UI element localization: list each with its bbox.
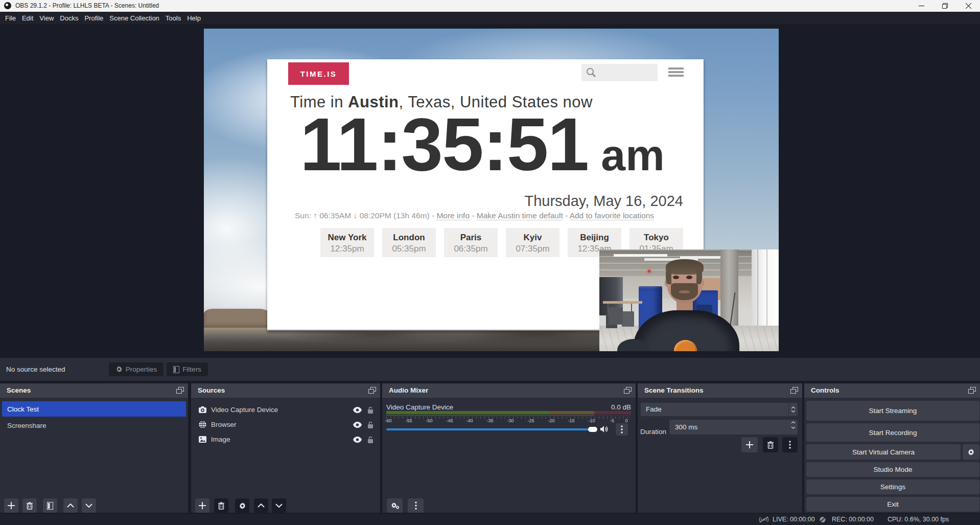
controls-dock-header[interactable]: Controls — [804, 383, 980, 398]
popout-icon[interactable] — [790, 387, 798, 394]
window-title: OBS 29.1.2 - Profile: LLHLS BETA - Scene… — [15, 2, 159, 9]
popout-icon[interactable] — [368, 387, 376, 394]
remove-scene-button[interactable] — [22, 498, 37, 513]
menu-bar: File Edit View Docks Profile Scene Colle… — [0, 12, 980, 24]
scene-item-clock-test[interactable]: Clock Test — [2, 401, 186, 417]
city-box-new-york[interactable]: New York12:35pm — [320, 228, 374, 257]
close-button[interactable] — [956, 0, 980, 12]
popout-icon[interactable] — [624, 387, 632, 394]
plus-icon — [746, 441, 753, 448]
add-favorite-link[interactable]: Add to favorite locations — [570, 211, 654, 220]
scene-filters-button[interactable] — [43, 498, 57, 513]
popout-icon[interactable] — [968, 387, 976, 394]
scene-up-button[interactable] — [63, 498, 78, 513]
make-default-link[interactable]: Make Austin time default — [477, 211, 563, 220]
visibility-icon[interactable] — [353, 422, 362, 428]
scenes-dock-header[interactable]: Scenes — [0, 383, 188, 398]
scene-transitions-dock-header[interactable]: Scene Transitions — [638, 383, 802, 398]
source-row-image[interactable]: Image — [191, 432, 380, 447]
restore-button[interactable] — [933, 0, 956, 12]
title-bar: OBS 29.1.2 - Profile: LLHLS BETA - Scene… — [0, 0, 980, 12]
menu-edit[interactable]: Edit — [22, 14, 33, 22]
source-row-browser[interactable]: Browser — [191, 417, 380, 432]
add-transition-button[interactable] — [741, 437, 758, 452]
trash-icon — [767, 441, 774, 449]
menu-docks[interactable]: Docks — [60, 14, 78, 22]
popout-icon[interactable] — [176, 387, 184, 394]
visibility-icon[interactable] — [353, 437, 362, 443]
source-properties-button[interactable] — [235, 498, 249, 513]
studio-mode-button[interactable]: Studio Mode — [806, 462, 979, 477]
audio-mixer-dock: Audio Mixer Video Capture Device 0.0 dB … — [382, 383, 636, 513]
mixer-options-button[interactable] — [616, 423, 628, 436]
virtual-camera-config-button[interactable] — [963, 444, 979, 460]
gear-icon — [967, 448, 975, 456]
scene-transitions-dock: Scene Transitions Fade Duration 300 ms — [638, 383, 802, 513]
city-box-london[interactable]: London05:35pm — [382, 228, 436, 257]
live-time: LIVE: 00:00:00 — [773, 516, 815, 523]
source-row-video-capture[interactable]: Video Capture Device — [191, 402, 380, 417]
scene-down-button[interactable] — [82, 498, 96, 513]
add-source-button[interactable] — [195, 498, 209, 513]
city-box-kyiv[interactable]: Kyiv07:35pm — [506, 228, 559, 257]
settings-button[interactable]: Settings — [806, 480, 979, 494]
volume-slider-handle[interactable] — [588, 427, 597, 432]
remove-transition-button[interactable] — [763, 437, 778, 452]
speaker-icon[interactable] — [600, 425, 609, 433]
timeis-logo[interactable]: TIME.IS — [288, 62, 349, 85]
city-box-paris[interactable]: Paris06:35pm — [444, 228, 498, 257]
menu-scene-collection[interactable]: Scene Collection — [109, 14, 159, 22]
cpu-fps-stats: CPU: 0.6%, 30.00 fps — [888, 516, 949, 523]
gear-icon — [239, 502, 246, 510]
filter-icon — [173, 366, 179, 373]
video-preview-canvas[interactable]: TIME.IS Time in Austin, Texas, United St… — [204, 29, 779, 351]
rec-inactive-icon — [819, 516, 826, 523]
image-icon — [199, 436, 206, 443]
visibility-icon[interactable] — [353, 407, 362, 413]
source-up-button[interactable] — [254, 498, 268, 513]
lock-icon[interactable] — [367, 436, 374, 443]
scenes-dock: Scenes Clock Test Screenshare — [0, 383, 188, 513]
obs-app-icon — [4, 2, 11, 9]
more-info-link[interactable]: More info — [436, 211, 470, 220]
plus-icon — [8, 502, 15, 509]
start-virtual-camera-button[interactable]: Start Virtual Camera — [806, 444, 961, 460]
source-down-button[interactable] — [272, 498, 286, 513]
chevron-down-icon — [85, 504, 92, 508]
chevron-up-icon — [67, 504, 74, 508]
lock-icon[interactable] — [367, 421, 374, 428]
controls-dock: Controls Start Streaming Start Recording… — [804, 383, 980, 513]
kebab-icon — [789, 441, 791, 449]
menu-icon[interactable] — [668, 67, 684, 77]
start-recording-button[interactable]: Start Recording — [806, 423, 979, 442]
kebab-icon — [415, 501, 417, 510]
sources-dock-header[interactable]: Sources — [191, 383, 380, 398]
stream-inactive-icon — [759, 516, 769, 523]
menu-help[interactable]: Help — [187, 14, 201, 22]
transition-select[interactable]: Fade — [641, 403, 798, 416]
gear-icon — [115, 366, 123, 373]
properties-button[interactable]: Properties — [109, 362, 164, 376]
search-input[interactable] — [581, 64, 658, 81]
menu-view[interactable]: View — [39, 14, 54, 22]
transition-options-button[interactable] — [782, 437, 798, 452]
scene-item-screenshare[interactable]: Screenshare — [2, 418, 186, 433]
spin-arrows[interactable] — [791, 421, 796, 429]
duration-label: Duration — [640, 428, 666, 436]
duration-spinbox[interactable]: 300 ms — [669, 420, 798, 435]
add-scene-button[interactable] — [4, 498, 18, 513]
audio-mixer-dock-header[interactable]: Audio Mixer — [382, 383, 636, 398]
exit-button[interactable]: Exit — [806, 497, 979, 512]
kebab-icon — [621, 425, 623, 433]
advanced-audio-button[interactable] — [387, 498, 403, 513]
mixer-menu-button[interactable] — [408, 498, 424, 513]
menu-profile[interactable]: Profile — [84, 14, 103, 22]
filters-button[interactable]: Filters — [167, 362, 208, 376]
lock-icon[interactable] — [367, 406, 374, 414]
menu-tools[interactable]: Tools — [166, 14, 181, 22]
remove-source-button[interactable] — [214, 498, 228, 513]
volume-slider[interactable] — [386, 428, 597, 430]
start-streaming-button[interactable]: Start Streaming — [806, 401, 979, 421]
minimize-button[interactable] — [909, 0, 933, 12]
menu-file[interactable]: File — [5, 14, 16, 22]
